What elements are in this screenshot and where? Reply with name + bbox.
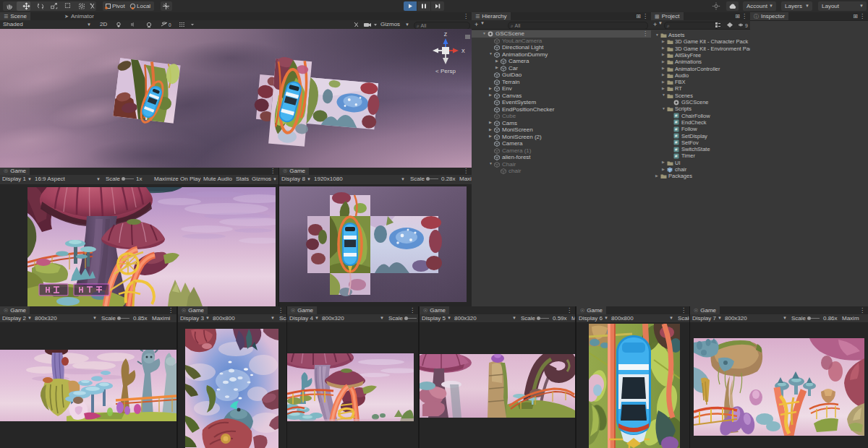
svg-text:X: X bbox=[461, 48, 465, 53]
svg-text:0: 0 bbox=[169, 22, 171, 27]
svg-text:< Persp: < Persp bbox=[435, 68, 456, 74]
svg-text:9: 9 bbox=[745, 22, 748, 27]
svg-text:Z: Z bbox=[444, 32, 448, 37]
